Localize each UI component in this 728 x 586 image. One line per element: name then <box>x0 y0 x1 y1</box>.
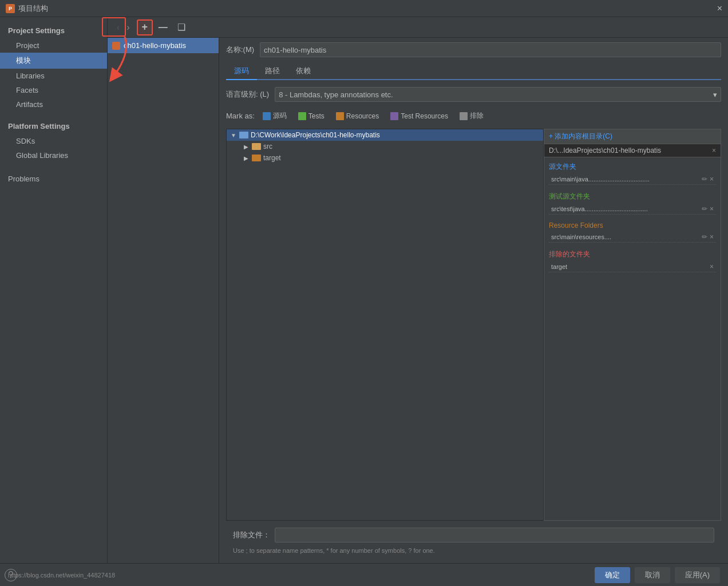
source-path-actions: ✏ × <box>702 175 714 183</box>
test-edit-icon[interactable]: ✏ <box>702 205 707 213</box>
module-name: ch01-hello-mybatis <box>124 41 186 50</box>
info-panel: + 添加内容根目录(C) D:\...IdeaProjects\ch01-hel… <box>544 129 721 521</box>
remove-module-button[interactable]: — <box>155 19 171 35</box>
forward-button[interactable]: › <box>124 21 132 34</box>
bottom-bar: https://blog.csdn.net/weixin_44827418 确定… <box>0 563 728 586</box>
close-icon[interactable]: × <box>717 3 722 14</box>
mark-tests-button[interactable]: Tests <box>295 111 328 121</box>
mark-as-label: Mark as: <box>226 112 255 120</box>
excluded-remove-icon[interactable]: × <box>710 263 714 271</box>
tab-dependencies[interactable]: 依赖 <box>288 63 319 80</box>
test-remove-icon[interactable]: × <box>710 205 714 213</box>
exclude-files-label: 排除文件： <box>233 530 270 540</box>
sidebar-item-global-libraries[interactable]: Global Libraries <box>0 148 107 163</box>
sidebar-platform-settings-title[interactable]: Platform Settings <box>0 118 107 134</box>
tab-paths[interactable]: 路径 <box>257 63 288 80</box>
toolbar: ‹ › + — ❑ <box>108 17 728 38</box>
sources-color-icon <box>263 112 271 120</box>
tree-target-item[interactable]: ▶ target <box>227 152 543 164</box>
exclude-files-input[interactable] <box>275 528 714 543</box>
source-folders-section: 源文件夹 src\main\java......................… <box>544 157 721 187</box>
nav-arrows: ‹ › <box>112 21 134 34</box>
excluded-path-value: target <box>551 263 710 270</box>
help-button[interactable]: ? <box>5 569 17 581</box>
detail-panel: 名称:(M) 源码 路径 依赖 语言级别: (L) 8 - Lambdas, t… <box>219 38 728 563</box>
tree-expand-icon: ▼ <box>230 132 237 138</box>
sidebar-item-artifacts[interactable]: Artifacts <box>0 97 107 112</box>
back-button[interactable]: ‹ <box>114 21 122 34</box>
lang-label: 语言级别: (L) <box>226 89 269 100</box>
excluded-color-icon <box>460 112 468 120</box>
sidebar-item-modules[interactable]: 模块 <box>0 53 107 69</box>
resources-color-icon <box>336 112 344 120</box>
exclude-files-row: 排除文件： <box>226 523 721 547</box>
excluded-path-entry: target × <box>549 262 716 272</box>
module-item[interactable]: ch01-hello-mybatis <box>108 38 219 53</box>
src-folder-icon <box>252 143 261 150</box>
target-folder-icon <box>252 155 261 161</box>
sidebar-separator <box>0 112 107 118</box>
sidebar-item-sdks[interactable]: SDKs <box>0 134 107 148</box>
add-content-root-button[interactable]: + 添加内容根目录(C) <box>549 132 612 141</box>
sidebar: Project Settings Project 模块 Libraries Fa… <box>0 17 108 563</box>
resource-remove-icon[interactable]: × <box>710 233 714 241</box>
app-icon: P <box>6 4 15 13</box>
root-folder-icon <box>239 132 248 138</box>
cancel-button[interactable]: 取消 <box>635 567 670 583</box>
source-remove-icon[interactable]: × <box>710 175 714 183</box>
info-panel-header: + 添加内容根目录(C) <box>544 129 721 144</box>
mark-resources-button[interactable]: Resources <box>333 111 382 121</box>
test-folders-section: 测试源文件夹 src\test\java....................… <box>544 187 721 217</box>
sidebar-item-project[interactable]: Project <box>0 38 107 53</box>
right-container: ‹ › + — ❑ ch01-hello-mybatis 名称:(M) <box>108 17 728 563</box>
name-input[interactable] <box>260 42 721 57</box>
source-path-value: src\main\java...........................… <box>551 176 702 183</box>
sidebar-project-settings-title[interactable]: Project Settings <box>0 23 107 38</box>
sidebar-item-facets[interactable]: Facets <box>0 83 107 97</box>
name-row: 名称:(M) <box>226 42 721 57</box>
sidebar-item-problems[interactable]: Problems <box>0 172 107 186</box>
tab-sources[interactable]: 源码 <box>226 63 257 80</box>
bottom-url: https://blog.csdn.net/weixin_44827418 <box>8 572 590 579</box>
file-tree: ▼ D:\CWork\IdeaProjects\ch01-hello-mybat… <box>226 129 544 521</box>
excluded-path-actions: × <box>710 263 714 271</box>
source-edit-icon[interactable]: ✏ <box>702 175 707 183</box>
lang-select[interactable]: 8 - Lambdas, type annotations etc. ▾ <box>275 87 721 102</box>
mark-as-row: Mark as: 源码 Tests Resources <box>226 110 721 122</box>
info-close-icon[interactable]: × <box>712 146 716 155</box>
exclude-files-hint: Use ; to separate name patterns, * for a… <box>226 547 721 554</box>
detail-tabs: 源码 路径 依赖 <box>226 63 721 80</box>
lang-row: 语言级别: (L) 8 - Lambdas, type annotations … <box>226 87 721 102</box>
test-folders-title: 测试源文件夹 <box>549 192 716 201</box>
resource-folders-section: Resource Folders src\main\resources.... … <box>544 217 721 245</box>
resource-path-value: src\main\resources.... <box>551 233 702 240</box>
mark-excluded-button[interactable]: 排除 <box>456 110 487 122</box>
add-module-button[interactable]: + <box>137 19 153 35</box>
split-pane: ▼ D:\CWork\IdeaProjects\ch01-hello-mybat… <box>226 129 721 521</box>
module-list: ch01-hello-mybatis <box>108 38 219 563</box>
module-icon <box>112 42 120 50</box>
copy-module-button[interactable]: ❑ <box>173 19 189 35</box>
mark-resources-label: Resources <box>346 112 379 120</box>
test-path-actions: ✏ × <box>702 205 714 213</box>
info-path-display: D:\...IdeaProjects\ch01-hello-mybatis <box>549 146 661 155</box>
title-bar: P 项目结构 × <box>0 0 728 17</box>
apply-button[interactable]: 应用(A) <box>675 567 720 583</box>
mark-test-resources-button[interactable]: Test Resources <box>387 111 452 121</box>
sidebar-item-libraries[interactable]: Libraries <box>0 69 107 83</box>
info-path-row: D:\...IdeaProjects\ch01-hello-mybatis × <box>544 144 721 157</box>
tree-src-label: src <box>263 142 272 151</box>
lang-value: 8 - Lambdas, type annotations etc. <box>279 90 393 99</box>
ok-button[interactable]: 确定 <box>595 567 630 583</box>
test-path-value: src\test\java...........................… <box>551 205 702 212</box>
tree-root-item[interactable]: ▼ D:\CWork\IdeaProjects\ch01-hello-mybat… <box>227 129 543 141</box>
tree-src-item[interactable]: ▶ src <box>227 141 543 152</box>
resource-edit-icon[interactable]: ✏ <box>702 233 707 241</box>
mark-test-resources-label: Test Resources <box>401 112 448 120</box>
excluded-folders-title: 排除的文件夹 <box>549 250 716 259</box>
tree-target-label: target <box>263 154 281 162</box>
mark-sources-button[interactable]: 源码 <box>259 110 290 122</box>
mark-sources-label: 源码 <box>273 111 287 121</box>
mark-excluded-label: 排除 <box>470 111 484 121</box>
tree-root-label: D:\CWork\IdeaProjects\ch01-hello-mybatis <box>251 131 380 139</box>
